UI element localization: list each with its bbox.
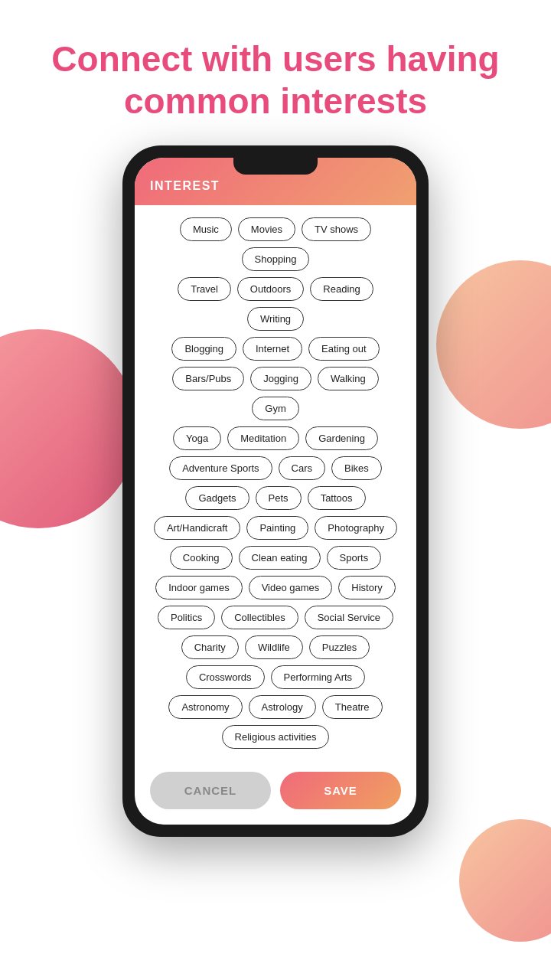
interest-tag[interactable]: Politics [158,606,215,629]
interest-tag[interactable]: Adventure Sports [169,456,272,480]
phone-wrapper: INTEREST MusicMoviesTV showsShoppingTrav… [0,145,551,837]
interest-tag[interactable]: Sports [327,546,382,570]
interest-tag[interactable]: Astronomy [168,695,242,719]
tags-row: TravelOutdoorsReadingWriting [147,277,404,331]
tags-row: Adventure SportsCarsBikes [147,456,404,480]
interest-tag[interactable]: Religious activities [222,725,330,749]
heading-line2: common interests [124,81,427,121]
tags-row: BloggingInternetEating out [147,337,404,361]
interest-tag[interactable]: Clean eating [239,546,321,570]
interest-tag[interactable]: Gardening [305,426,378,450]
tags-row: CrosswordsPerforming Arts [147,665,404,689]
interest-tag[interactable]: Cars [279,456,325,480]
tags-row: CookingClean eatingSports [147,546,404,570]
bottom-buttons: CANCEL SAVE [135,761,416,825]
interest-tag[interactable]: Eating out [308,337,380,361]
interest-tag[interactable]: History [338,576,395,599]
interest-tag[interactable]: Astrology [249,695,316,719]
interest-tag[interactable]: Jogging [250,367,311,390]
interest-tag[interactable]: Pets [256,486,302,510]
interest-tag[interactable]: Wildlife [245,635,303,659]
interest-tag[interactable]: Blogging [171,337,236,361]
interest-tag[interactable]: Gym [252,397,298,420]
interest-tag[interactable]: Reading [310,277,373,301]
interest-tag[interactable]: Performing Arts [271,665,366,689]
cancel-button[interactable]: CANCEL [150,772,271,809]
tags-row: MusicMoviesTV showsShopping [147,217,404,271]
tags-row: CharityWildlifePuzzles [147,635,404,659]
phone-screen: INTEREST MusicMoviesTV showsShoppingTrav… [135,158,416,825]
interest-tag[interactable]: Yoga [173,426,221,450]
interest-tag[interactable]: Bars/Pubs [172,367,244,390]
interest-tag[interactable]: Cooking [170,546,233,570]
interest-tag[interactable]: Outdoors [237,277,304,301]
interest-tag[interactable]: Painting [246,516,308,540]
interest-tag[interactable]: Video games [249,576,333,599]
interest-tag[interactable]: Internet [243,337,302,361]
interest-tag[interactable]: Walking [318,367,379,390]
bg-circle-right-bottom [459,819,551,942]
interest-tag[interactable]: Social Service [305,606,393,629]
interest-tag[interactable]: Indoor games [155,576,243,599]
interest-tag[interactable]: Shopping [242,247,310,271]
save-button[interactable]: SAVE [280,772,401,809]
interest-tag[interactable]: Charity [181,635,239,659]
tags-row: Art/HandicraftPaintingPhotography [147,516,404,540]
interest-tag[interactable]: Meditation [227,426,299,450]
interest-tag[interactable]: Tattoos [308,486,366,510]
tags-row: GadgetsPetsTattoos [147,486,404,510]
tags-row: YogaMeditationGardening [147,426,404,450]
interest-tag[interactable]: Music [180,217,232,241]
tags-row: PoliticsCollectiblesSocial Service [147,606,404,629]
page-heading: Connect with users having common interes… [0,0,551,145]
interest-tag[interactable]: Gadgets [185,486,249,510]
phone-shell: INTEREST MusicMoviesTV showsShoppingTrav… [122,145,429,837]
interest-tag[interactable]: Puzzles [309,635,370,659]
app-header-title: INTEREST [150,179,220,192]
interest-tag[interactable]: Collectibles [221,606,298,629]
interest-tag[interactable]: TV shows [302,217,371,241]
interest-tag[interactable]: Art/Handicraft [154,516,240,540]
interest-tag[interactable]: Theatre [322,695,383,719]
interest-tag[interactable]: Movies [238,217,295,241]
interest-tag[interactable]: Writing [247,307,304,331]
interest-tag[interactable]: Crosswords [186,665,265,689]
interest-area: MusicMoviesTV showsShoppingTravelOutdoor… [135,205,416,761]
interest-tag[interactable]: Travel [178,277,231,301]
tags-row: Religious activities [147,725,404,749]
phone-notch [233,158,318,175]
interest-tag[interactable]: Photography [315,516,397,540]
tags-row: AstronomyAstrologyTheatre [147,695,404,719]
tags-row: Bars/PubsJoggingWalkingGym [147,367,404,420]
tags-row: Indoor gamesVideo gamesHistory [147,576,404,599]
interest-tag[interactable]: Bikes [331,456,382,480]
heading-line1: Connect with users having [51,39,499,79]
